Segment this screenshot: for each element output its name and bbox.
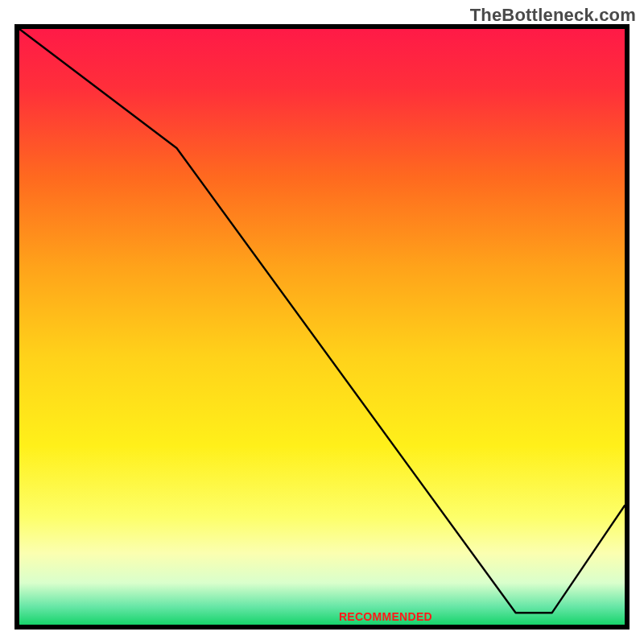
chart-svg [0,0,644,644]
recommended-label: RECOMMENDED [339,610,432,623]
gradient-background [19,29,625,625]
watermark-text: TheBottleneck.com [470,5,636,26]
chart-container: TheBottleneck.com RECOMMENDED [0,0,644,644]
